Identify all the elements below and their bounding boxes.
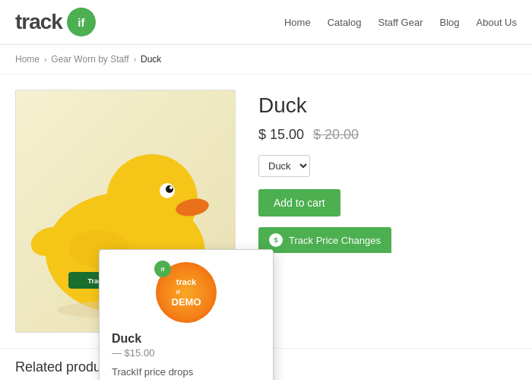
- nav-catalog[interactable]: Catalog: [328, 17, 362, 28]
- nav-staff-gear[interactable]: Staff Gear: [378, 17, 423, 28]
- product-info: Duck $ 15.00 $ 20.00 Duck Add to cart $ …: [258, 90, 517, 333]
- variant-select-row: Duck: [258, 155, 517, 177]
- popup-container: if trackif DEMO Duck — $15.00 TrackIf pr…: [99, 249, 274, 380]
- price-row: $ 15.00 $ 20.00: [258, 127, 517, 143]
- breadcrumb-home[interactable]: Home: [15, 54, 40, 65]
- popup-logo-demo: DEMO: [172, 296, 201, 308]
- price-current: $ 15.00: [258, 127, 304, 143]
- breadcrumb-chevron-2: ›: [134, 55, 136, 64]
- popup-product-name: Duck: [112, 332, 261, 346]
- breadcrumb-category[interactable]: Gear Worn by Staff: [51, 54, 128, 65]
- variant-select[interactable]: Duck: [258, 155, 310, 177]
- add-to-cart-button[interactable]: Add to cart: [258, 189, 340, 217]
- track-price-bar[interactable]: $ Track Price Changes: [258, 227, 391, 253]
- breadcrumb-current: Duck: [141, 54, 161, 65]
- popup-track-label: TrackIf price drops: [112, 366, 261, 378]
- popup-product-price: — $15.00: [112, 347, 261, 359]
- svg-point-4: [166, 185, 173, 193]
- popup-logo-area: if trackif DEMO: [112, 262, 261, 323]
- popup-logo-badge-icon: if: [154, 261, 171, 277]
- nav-home[interactable]: Home: [284, 17, 311, 28]
- price-original: $ 20.00: [313, 127, 359, 143]
- track-price-label: Track Price Changes: [289, 235, 381, 246]
- trackif-popup: if trackif DEMO Duck — $15.00 TrackIf pr…: [99, 249, 274, 380]
- nav-about[interactable]: About Us: [477, 17, 517, 28]
- popup-body: if trackif DEMO Duck — $15.00 TrackIf pr…: [100, 250, 273, 380]
- nav-blog[interactable]: Blog: [439, 17, 459, 28]
- logo-text: track: [15, 10, 62, 34]
- popup-logo: if trackif DEMO: [156, 262, 217, 323]
- track-price-icon: $: [269, 233, 283, 247]
- main-content: TrackIf Duck $ 15.00 $ 20.00 Duck Add to…: [0, 74, 532, 348]
- logo-badge: if: [67, 8, 96, 36]
- logo[interactable]: track if: [15, 8, 96, 36]
- popup-logo-text: trackif: [176, 277, 196, 296]
- breadcrumb: Home › Gear Worn by Staff › Duck: [0, 45, 532, 74]
- site-nav: Home Catalog Staff Gear Blog About Us: [284, 17, 517, 28]
- product-title: Duck: [258, 93, 517, 118]
- breadcrumb-chevron-1: ›: [44, 55, 46, 64]
- site-header: track if Home Catalog Staff Gear Blog Ab…: [0, 0, 532, 45]
- svg-point-5: [169, 186, 173, 189]
